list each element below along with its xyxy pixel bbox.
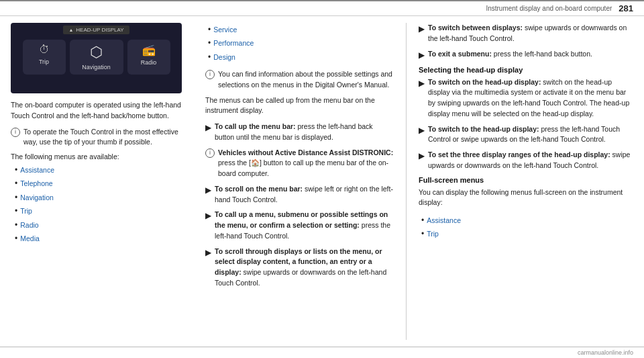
left-info-block: i To operate the Touch Control in the mo… — [11, 127, 193, 148]
main-content: HEAD-UP DISPLAY Trip Navigation Radio — [0, 16, 644, 347]
header-section-title: Instrument display and on-board computer — [486, 5, 612, 12]
list-item: Design — [208, 50, 394, 64]
left-intro-text: The on-board computer is operated using … — [11, 100, 193, 122]
right-rarrow3-text: To set the three display ranges of the h… — [428, 150, 633, 171]
hud-radio-button: Radio — [127, 40, 170, 75]
arrow-icon1: ▶ — [205, 122, 211, 143]
list-item: Navigation — [15, 191, 193, 204]
radio-link[interactable]: Radio — [20, 220, 38, 232]
list-item: Assistance — [15, 163, 193, 177]
navigation-icon — [90, 44, 103, 61]
mid-info-block2: i Vehicles without Active Distance Assis… — [205, 148, 394, 179]
page: Instrument display and on-board computer… — [0, 0, 644, 358]
right-column: ▶ To switch between displays: swipe upwa… — [407, 23, 633, 340]
right-rarrow2-bold: To switch to the head-up display: — [428, 125, 539, 133]
page-header: Instrument display and on-board computer… — [0, 0, 644, 16]
performance-link[interactable]: Performance — [213, 38, 254, 50]
full-screen-text: You can display the following menus full… — [419, 187, 633, 209]
mid-arrow1-text: To call up the menu bar: press the left-… — [215, 122, 394, 143]
info-icon: i — [11, 128, 20, 137]
hud-label: HEAD-UP DISPLAY — [63, 26, 129, 34]
design-link[interactable]: Design — [213, 52, 235, 64]
arrow-icon2: ▶ — [205, 184, 211, 206]
rarrow-icon3: ▶ — [419, 77, 425, 120]
right-arrow2: ▶ To exit a submenu: press the left-hand… — [419, 49, 633, 61]
page-number: 281 — [619, 3, 633, 13]
list-item: Radio — [15, 218, 193, 232]
section1-title: Selecting the head-up display — [419, 66, 633, 74]
right-rarrow3: ▶ To set the three display ranges of the… — [419, 150, 633, 171]
mid-arrow2-bold: To scroll on the menu bar: — [215, 185, 303, 193]
right-rarrow2: ▶ To switch to the head-up display: pres… — [419, 124, 633, 146]
instrument-image: HEAD-UP DISPLAY Trip Navigation Radio — [11, 23, 182, 93]
rarrow-icon1: ▶ — [419, 23, 425, 44]
right-rarrow1-text: To switch on the head-up display: switch… — [428, 77, 633, 120]
trip-link[interactable]: Trip — [20, 206, 32, 218]
info-icon2: i — [205, 70, 215, 79]
service-link[interactable]: Service — [213, 24, 237, 36]
right-rarrow1: ▶ To switch on the head-up display: swit… — [419, 77, 633, 120]
mid-arrow3: ▶ To call up a menu, submenu or possible… — [205, 210, 394, 241]
media-link[interactable]: Media — [20, 233, 40, 245]
full-assistance-link[interactable]: Assistance — [427, 215, 461, 227]
hud-navigation-button: Navigation — [70, 40, 123, 75]
navigation-link[interactable]: Navigation — [20, 192, 54, 204]
info-icon3: i — [205, 148, 215, 158]
right-arrow1-bold: To switch between displays: — [428, 24, 523, 32]
right-rarrow3-bold: To set the three display ranges of the h… — [428, 150, 610, 159]
arrow-icon3: ▶ — [205, 210, 211, 241]
mid-info-block1: i You can find information about the pos… — [205, 69, 394, 91]
footer-text: carmanualonline.info — [578, 349, 633, 356]
left-info-text: To operate the Touch Control in the most… — [23, 127, 193, 148]
list-item: Media — [15, 232, 193, 245]
mid-arrow4: ▶ To scroll through displays or lists on… — [205, 247, 394, 289]
menus-list: Assistance Telephone Navigation Trip Rad… — [15, 163, 193, 245]
arrow-icon4: ▶ — [205, 247, 211, 289]
list-item: Assistance — [421, 214, 633, 227]
mid-arrow1: ▶ To call up the menu bar: press the lef… — [205, 122, 394, 143]
mid-arrow2-text: To scroll on the menu bar: swipe left or… — [215, 184, 394, 206]
right-rarrow1-bold: To switch on the head-up display: — [428, 78, 541, 86]
page-footer: carmanualonline.info — [0, 347, 644, 358]
left-column: HEAD-UP DISPLAY Trip Navigation Radio — [11, 23, 205, 340]
right-arrow2-bold: To exit a submenu: — [428, 50, 492, 58]
full-screen-menus-list: Assistance Trip — [421, 214, 633, 241]
mid-info2-text: Vehicles without Active Distance Assist … — [218, 148, 394, 179]
rarrow-icon2: ▶ — [419, 49, 425, 61]
middle-column: Service Performance Design i You can fin… — [205, 23, 407, 340]
mid-arrow2: ▶ To scroll on the menu bar: swipe left … — [205, 184, 394, 206]
telephone-link[interactable]: Telephone — [20, 178, 52, 190]
list-item: Telephone — [15, 177, 193, 190]
full-trip-link[interactable]: Trip — [427, 228, 439, 240]
list-item: Service — [208, 23, 394, 36]
list-item: Trip — [15, 204, 193, 218]
mid-arrow4-text: To scroll through displays or lists on t… — [215, 247, 394, 289]
section2-title: Full-screen menus — [419, 176, 633, 184]
menus-intro: The following menus are available: — [11, 152, 193, 161]
rarrow-icon4: ▶ — [419, 124, 425, 146]
mid-arrow1-bold: To call up the menu bar: — [215, 122, 296, 130]
hud-buttons: Trip Navigation Radio — [11, 40, 182, 75]
right-arrow1-text: To switch between displays: swipe upward… — [428, 23, 633, 44]
list-item: Performance — [208, 36, 394, 50]
mid-menu-list: Service Performance Design — [208, 23, 394, 64]
hud-trip-button: Trip — [23, 40, 66, 75]
assistance-link[interactable]: Assistance — [20, 165, 54, 177]
radio-icon — [142, 44, 156, 56]
trip-icon — [39, 44, 50, 56]
mid-info-text: You can find information about the possi… — [218, 69, 394, 91]
rarrow-icon5: ▶ — [419, 150, 425, 171]
list-item: Trip — [421, 227, 633, 240]
right-rarrow2-text: To switch to the head-up display: press … — [428, 124, 633, 146]
mid-info2-bold: Vehicles without Active Distance Assist … — [218, 148, 393, 156]
right-arrow2-text: To exit a submenu: press the left-hand b… — [428, 49, 592, 61]
mid-arrow3-text: To call up a menu, submenu or possible s… — [215, 210, 394, 241]
right-arrow1: ▶ To switch between displays: swipe upwa… — [419, 23, 633, 44]
mid-para1: The menus can be called up from the menu… — [205, 95, 394, 117]
